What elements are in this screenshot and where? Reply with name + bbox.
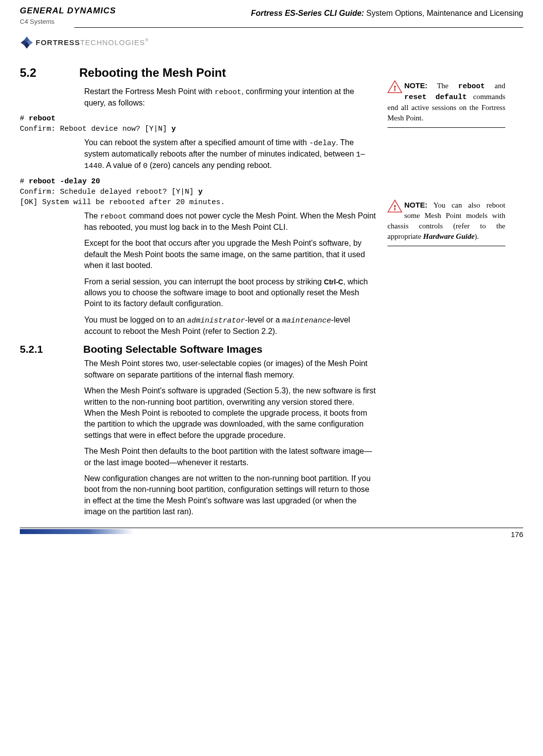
fortress-logo-row: FORTRESSTECHNOLOGIES® — [20, 36, 523, 50]
svg-point-8 — [394, 205, 396, 207]
para-2: You can reboot the system after a specif… — [84, 137, 377, 171]
tech-light: TECHNOLOGIES — [80, 38, 145, 47]
svg-rect-9 — [394, 208, 395, 211]
subsection-heading-5-2-1: 5.2.1Booting Selectable Software Images — [20, 342, 377, 356]
para-6: You must be logged on to an administrato… — [84, 315, 377, 337]
para-1: Restart the Fortress Mesh Point with reb… — [84, 86, 377, 108]
note-label: NOTE: — [404, 201, 428, 209]
note-2: NOTE: You can also reboot some Mesh Poin… — [387, 200, 505, 246]
para-3: The reboot command does not power cycle … — [84, 211, 377, 233]
section-num: 5.2 — [20, 64, 79, 81]
note-label: NOTE: — [404, 81, 428, 90]
fortress-icon — [20, 36, 34, 50]
header-rule — [74, 27, 523, 28]
note1-code1: reboot — [458, 82, 485, 91]
note1-code2: reset default — [404, 93, 467, 102]
info-warning-icon — [387, 80, 402, 93]
registered-mark: ® — [145, 38, 149, 43]
section-heading-5-2: 5.2Rebooting the Mesh Point — [20, 64, 377, 81]
svg-rect-6 — [394, 88, 395, 91]
fortress-bold: FORTRESS — [36, 38, 80, 47]
subsec-para-3: The Mesh Point then defaults to the boot… — [84, 446, 377, 468]
footer: 176 — [20, 528, 523, 541]
ctrl-c-key: Ctrl-C — [324, 278, 343, 286]
logo-block: GENERAL DYNAMICS C4 Systems — [20, 5, 116, 26]
doc-title-bold: Fortress ES-Series CLI Guide: — [251, 9, 364, 17]
page-number: 176 — [511, 529, 523, 540]
subsec-para-2: When the Mesh Point's software is upgrad… — [84, 385, 377, 441]
svg-point-5 — [394, 86, 396, 88]
subsec-para-4: New configuration changes are not writte… — [84, 473, 377, 518]
code-block-2: # reboot -delay 20 Confirm: Schedule del… — [20, 176, 377, 208]
section-title: Rebooting the Mesh Point — [79, 66, 226, 79]
logo-general-dynamics: GENERAL DYNAMICS — [20, 5, 116, 17]
doc-title: Fortress ES-Series CLI Guide: System Opt… — [251, 5, 523, 19]
fortress-tech-text: FORTRESSTECHNOLOGIES® — [36, 37, 149, 48]
logo-c4: C4 Systems — [20, 17, 116, 26]
para-4: Except for the boot that occurs after yo… — [84, 238, 377, 271]
doc-title-rest: System Options, Maintenance and Licensin… — [364, 9, 523, 17]
subsection-title: Booting Selectable Software Images — [83, 343, 263, 355]
note2-emphasis: Hardware Guide — [423, 232, 475, 240]
code-block-1: # reboot Confirm: Reboot device now? [Y|… — [20, 113, 377, 134]
subsec-para-1: The Mesh Point stores two, user-selectab… — [84, 358, 377, 380]
subsection-num: 5.2.1 — [20, 342, 83, 356]
note-1: NOTE: The reboot and reset default comma… — [387, 80, 505, 128]
footer-bar — [20, 529, 134, 534]
para-5: From a serial session, you can interrupt… — [84, 276, 377, 310]
info-warning-icon — [387, 200, 402, 213]
